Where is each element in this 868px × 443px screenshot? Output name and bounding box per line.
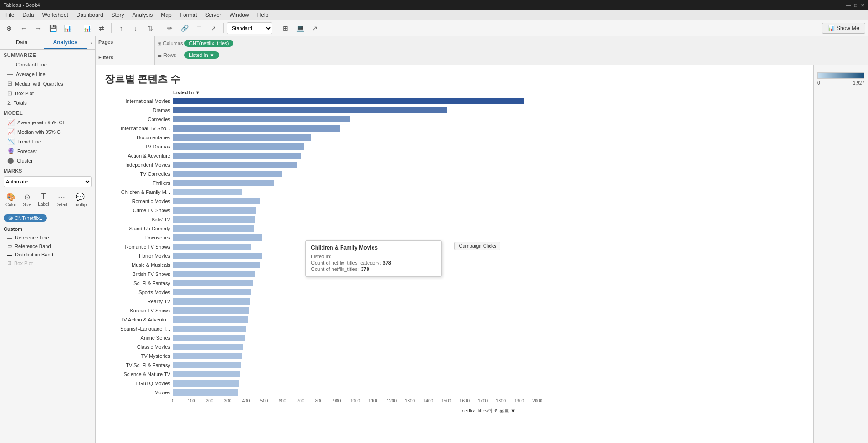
menu-dashboard[interactable]: Dashboard bbox=[73, 11, 107, 19]
forward-button[interactable]: → bbox=[32, 22, 45, 35]
sort-asc-button[interactable]: ↑ bbox=[115, 22, 128, 35]
back-button[interactable]: ← bbox=[17, 22, 30, 35]
analytics-trend-line[interactable]: 📉 Trend Line bbox=[0, 137, 95, 146]
bar-category-label: Movies bbox=[105, 390, 173, 395]
custom-reference-line[interactable]: — Reference Line bbox=[4, 234, 92, 242]
bar-row[interactable]: Kids' TV bbox=[105, 215, 804, 224]
x-axis-tick: 700 bbox=[297, 398, 305, 403]
bar-row[interactable]: Comedies bbox=[105, 115, 804, 123]
pen-button[interactable]: ✏ bbox=[163, 22, 176, 35]
tooltip-count-category-val: 378 bbox=[383, 260, 391, 265]
bar-row[interactable]: International TV Sho... bbox=[105, 124, 804, 132]
bar-row[interactable]: TV Dramas bbox=[105, 143, 804, 151]
bar-row[interactable]: Anime Series bbox=[105, 334, 804, 342]
tab-arrow[interactable]: › bbox=[87, 36, 95, 49]
bar-row[interactable]: Movies bbox=[105, 388, 804, 397]
pointer-button[interactable]: ↗ bbox=[207, 22, 220, 35]
custom-reference-band[interactable]: ▭ Reference Band bbox=[4, 242, 92, 250]
box-plot-custom-icon: ⊡ bbox=[7, 260, 11, 266]
analytics-box-plot-sum[interactable]: ⊡ Box Plot bbox=[0, 88, 95, 98]
bar-row[interactable]: Reality TV bbox=[105, 297, 804, 306]
bar-row[interactable]: Classic Movies bbox=[105, 343, 804, 351]
window-controls[interactable]: — □ ✕ bbox=[846, 3, 864, 8]
bar-row[interactable]: Korean TV Shows bbox=[105, 306, 804, 315]
bar-row[interactable]: TV Mysteries bbox=[105, 352, 804, 360]
menu-worksheet[interactable]: Worksheet bbox=[39, 11, 72, 19]
menu-window[interactable]: Window bbox=[226, 11, 253, 19]
save-button[interactable]: 💾 bbox=[46, 22, 59, 35]
analytics-average-line[interactable]: — Average Line bbox=[0, 69, 95, 79]
analytics-median-95ci[interactable]: 📈 Median with 95% CI bbox=[0, 127, 95, 137]
bar-row[interactable]: Stand-Up Comedy bbox=[105, 224, 804, 233]
device-button[interactable]: 💻 bbox=[294, 22, 306, 35]
tab-analytics[interactable]: Analytics bbox=[44, 36, 87, 49]
marks-color[interactable]: 🎨 Color bbox=[4, 191, 18, 209]
add-datasource-button[interactable]: 📊 bbox=[61, 22, 74, 35]
bar-row[interactable]: TV Action & Adventu... bbox=[105, 316, 804, 324]
columns-pill[interactable]: CNT(netflix_titles) bbox=[184, 40, 233, 47]
sort-button[interactable]: ⇅ bbox=[144, 22, 157, 35]
bar-row[interactable]: Docuseries bbox=[105, 234, 804, 242]
bar-row[interactable]: Sci-Fi & Fantasy bbox=[105, 279, 804, 287]
swap-button[interactable]: ⇄ bbox=[95, 22, 108, 35]
bar-row[interactable]: Dramas bbox=[105, 106, 804, 114]
share-button[interactable]: ↗ bbox=[308, 22, 321, 35]
bar-row[interactable]: Sports Movies bbox=[105, 288, 804, 296]
bar-row[interactable]: Children & Family M... bbox=[105, 188, 804, 196]
marks-label[interactable]: T Label bbox=[36, 191, 51, 209]
cnt-pill[interactable]: CNT(netflix.. bbox=[4, 214, 47, 222]
mark-type-dropdown[interactable]: Standard bbox=[227, 22, 272, 34]
bar-row[interactable]: Action & Adventure bbox=[105, 152, 804, 160]
sort-desc-button[interactable]: ↓ bbox=[129, 22, 142, 35]
rows-pill[interactable]: Listed In ▼ bbox=[184, 51, 219, 59]
bar-row[interactable]: Documentaries bbox=[105, 133, 804, 142]
analytics-forecast[interactable]: 🔮 Forecast bbox=[0, 146, 95, 156]
bar-track bbox=[173, 371, 804, 377]
show-me-button[interactable]: 📊 Show Me bbox=[822, 23, 865, 34]
bar-row[interactable]: Crime TV Shows bbox=[105, 206, 804, 214]
menu-data[interactable]: Data bbox=[19, 11, 37, 19]
bar-chart-button[interactable]: 📊 bbox=[81, 22, 93, 35]
bar-row[interactable]: Science & Nature TV bbox=[105, 370, 804, 378]
minimize-button[interactable]: — bbox=[846, 3, 851, 8]
bar-row[interactable]: Spanish-Language T... bbox=[105, 325, 804, 333]
marks-size[interactable]: ⊙ Size bbox=[21, 191, 33, 209]
analytics-totals[interactable]: Σ Totals bbox=[0, 98, 95, 107]
analytics-constant-line[interactable]: — Constant Line bbox=[0, 60, 95, 69]
tooltip-button[interactable]: T bbox=[193, 22, 205, 35]
bar-row[interactable]: International Movies bbox=[105, 97, 804, 105]
bar-row[interactable]: TV Comedies bbox=[105, 170, 804, 178]
marks-type-dropdown[interactable]: Automatic bbox=[4, 176, 92, 187]
new-button[interactable]: ⊕ bbox=[3, 22, 15, 35]
menu-story[interactable]: Story bbox=[108, 11, 128, 19]
menu-help[interactable]: Help bbox=[254, 11, 272, 19]
bar-row[interactable]: Romantic Movies bbox=[105, 197, 804, 205]
menu-server[interactable]: Server bbox=[202, 11, 225, 19]
menu-analysis[interactable]: Analysis bbox=[129, 11, 157, 19]
bar-row[interactable]: Thrillers bbox=[105, 179, 804, 187]
totals-label: Totals bbox=[14, 100, 27, 106]
bar-row[interactable]: Independent Movies bbox=[105, 161, 804, 169]
bar-row[interactable]: Horror Movies bbox=[105, 252, 804, 260]
tab-data[interactable]: Data bbox=[0, 36, 44, 49]
marks-tooltip[interactable]: 💬 Tooltip bbox=[71, 191, 88, 209]
marks-icons-row: 🎨 Color ⊙ Size T Label ⋯ Detail 💬 To bbox=[4, 191, 92, 209]
link-button[interactable]: 🔗 bbox=[178, 22, 191, 35]
maximize-button[interactable]: □ bbox=[854, 3, 857, 8]
bar-row[interactable]: Music & Musicals bbox=[105, 261, 804, 269]
bar-row[interactable]: LGBTQ Movies bbox=[105, 379, 804, 387]
fit-button[interactable]: ⊞ bbox=[279, 22, 292, 35]
custom-distribution-band[interactable]: ▬ Distribution Band bbox=[4, 250, 92, 259]
close-button[interactable]: ✕ bbox=[861, 3, 864, 8]
marks-detail[interactable]: ⋯ Detail bbox=[54, 191, 69, 209]
menu-map[interactable]: Map bbox=[157, 11, 175, 19]
custom-box-plot[interactable]: ⊡ Box Plot bbox=[4, 259, 92, 267]
sep1 bbox=[77, 23, 77, 33]
analytics-avg-95ci[interactable]: 📈 Average with 95% CI bbox=[0, 117, 95, 127]
menu-format[interactable]: Format bbox=[176, 11, 201, 19]
analytics-cluster[interactable]: ⬤ Cluster bbox=[0, 156, 95, 165]
bar-row[interactable]: TV Sci-Fi & Fantasy bbox=[105, 361, 804, 369]
menu-file[interactable]: File bbox=[2, 11, 18, 19]
bar-row[interactable]: British TV Shows bbox=[105, 270, 804, 278]
analytics-median-quartiles[interactable]: ⊟ Median with Quartiles bbox=[0, 79, 95, 88]
